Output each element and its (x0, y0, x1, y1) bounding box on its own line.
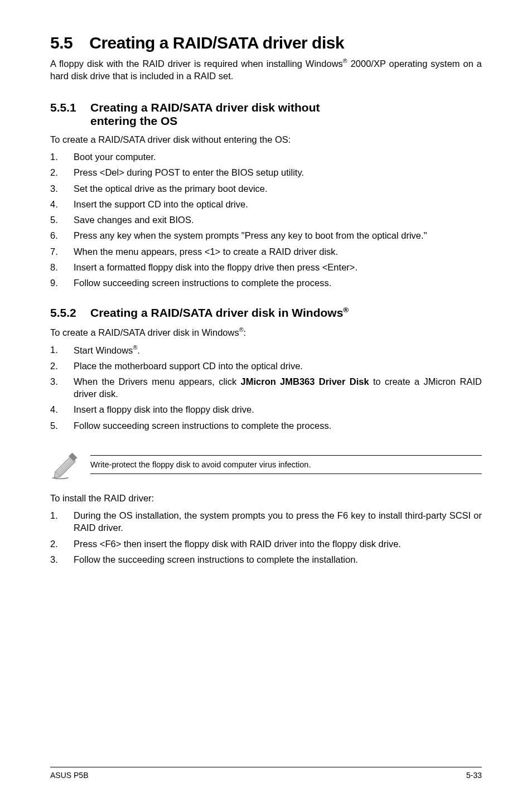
list-item: 2.Place the motherboard support CD into … (50, 360, 482, 372)
s552-steps-list: 1.Start Windows®. 2.Place the motherboar… (50, 344, 482, 432)
list-item: 1.During the OS installation, the system… (50, 509, 482, 534)
subsection-551-heading: 5.5.1Creating a RAID/SATA driver disk wi… (50, 101, 482, 128)
page-footer: ASUS P5B 5-33 (50, 767, 482, 780)
footer-left: ASUS P5B (50, 771, 88, 780)
list-item: 5.Follow succeeding screen instructions … (50, 419, 482, 432)
footer-page-number: 5-33 (466, 771, 482, 780)
s552-lead: To create a RAID/SATA driver disk in Win… (50, 326, 482, 338)
subsection-552-heading: 5.5.2Creating a RAID/SATA driver disk in… (50, 306, 482, 320)
list-item: 4.Insert a floppy disk into the floppy d… (50, 403, 482, 416)
list-item: 7.When the menu appears, press <1> to cr… (50, 245, 482, 258)
subsection-title-line1: Creating a RAID/SATA driver disk without (90, 101, 320, 114)
list-item: 3.When the Drivers menu appears, click J… (50, 375, 482, 400)
list-item: 2.Press <Del> during POST to enter the B… (50, 166, 482, 178)
s551-steps-list: 1.Boot your computer. 2.Press <Del> duri… (50, 151, 482, 289)
list-item: 2.Press <F6> then insert the floppy disk… (50, 538, 482, 550)
intro-paragraph: A floppy disk with the RAID driver is re… (50, 57, 482, 82)
section-heading: 5.5Creating a RAID/SATA driver disk (50, 33, 482, 52)
list-item: 1.Boot your computer. (50, 151, 482, 163)
install-steps-list: 1.During the OS installation, the system… (50, 509, 482, 566)
list-item: 4.Insert the support CD into the optical… (50, 198, 482, 210)
subsection-title-line2: entering the OS (90, 114, 482, 128)
list-item: 8.Insert a formatted floppy disk into th… (50, 261, 482, 273)
subsection-title: Creating a RAID/SATA driver disk in Wind… (90, 306, 349, 319)
section-number: 5.5 (50, 33, 72, 52)
subsection-number: 5.5.1 (50, 101, 90, 114)
subsection-number: 5.5.2 (50, 306, 90, 320)
s551-lead: To create a RAID/SATA driver disk withou… (50, 134, 482, 145)
list-item: 3.Set the optical drive as the primary b… (50, 182, 482, 195)
list-item: 1.Start Windows®. (50, 344, 482, 356)
install-lead: To install the RAID driver: (50, 493, 482, 504)
list-item: 6.Press any key when the system prompts … (50, 229, 482, 241)
list-item: 9.Follow succeeding screen instructions … (50, 277, 482, 289)
pencil-icon (50, 448, 83, 481)
note-text: Write-protect the floppy disk to avoid c… (90, 455, 482, 475)
note-callout: Write-protect the floppy disk to avoid c… (50, 448, 482, 481)
section-title: Creating a RAID/SATA driver disk (89, 33, 344, 52)
list-item: 3.Follow the succeeding screen instructi… (50, 553, 482, 566)
list-item: 5.Save changes and exit BIOS. (50, 214, 482, 226)
